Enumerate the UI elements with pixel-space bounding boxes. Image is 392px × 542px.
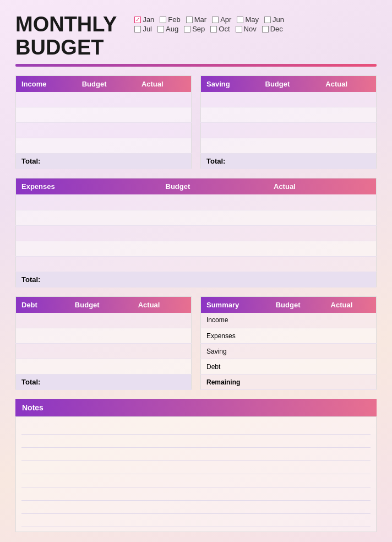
month-checkbox-oct[interactable] <box>210 26 217 32</box>
debt-cell[interactable] <box>16 359 69 375</box>
expenses-total-budget[interactable] <box>160 272 269 287</box>
saving-actual-cell[interactable] <box>320 107 376 123</box>
debt-total-actual[interactable] <box>133 375 192 390</box>
expense-cell[interactable] <box>16 210 160 225</box>
saving-budget-cell[interactable] <box>260 123 320 138</box>
debt-budget-cell[interactable] <box>69 359 133 375</box>
summary-budget-value[interactable] <box>270 359 325 375</box>
note-line[interactable] <box>21 461 371 474</box>
month-item-mar[interactable]: Mar <box>186 15 206 24</box>
debt-actual-cell[interactable] <box>133 328 192 344</box>
saving-cell[interactable] <box>201 123 260 138</box>
saving-total-actual[interactable] <box>320 154 376 169</box>
month-item-feb[interactable]: Feb <box>160 15 180 24</box>
month-item-sep[interactable]: Sep <box>184 25 205 33</box>
month-checkbox-sep[interactable] <box>184 26 190 32</box>
month-checkbox-mar[interactable] <box>186 17 193 23</box>
month-item-jan[interactable]: ✓Jan <box>134 15 154 24</box>
saving-cell[interactable] <box>201 138 260 154</box>
income-actual-cell[interactable] <box>136 138 192 154</box>
expense-budget-cell[interactable] <box>160 194 269 210</box>
saving-actual-cell[interactable] <box>320 138 376 154</box>
summary-actual-value[interactable] <box>325 344 377 359</box>
month-item-nov[interactable]: Nov <box>236 25 257 33</box>
income-actual-cell[interactable] <box>136 92 192 107</box>
income-budget-cell[interactable] <box>77 138 136 154</box>
summary-actual-value[interactable] <box>325 313 377 328</box>
income-total-actual[interactable] <box>136 154 192 169</box>
debt-actual-cell[interactable] <box>133 344 192 359</box>
summary-budget-value[interactable] <box>270 344 325 359</box>
summary-budget-value[interactable] <box>270 328 325 344</box>
income-cell[interactable] <box>16 92 77 107</box>
debt-total-budget[interactable] <box>69 375 133 390</box>
debt-budget-cell[interactable] <box>69 328 133 344</box>
debt-budget-cell[interactable] <box>69 313 133 328</box>
month-item-dec[interactable]: Dec <box>262 25 283 33</box>
month-checkbox-apr[interactable] <box>212 17 219 23</box>
saving-cell[interactable] <box>201 107 260 123</box>
income-actual-cell[interactable] <box>136 123 192 138</box>
summary-budget-value[interactable] <box>270 375 325 390</box>
expense-actual-cell[interactable] <box>268 210 377 225</box>
expense-budget-cell[interactable] <box>160 241 269 256</box>
saving-total-budget[interactable] <box>260 154 320 169</box>
month-checkbox-feb[interactable] <box>160 17 166 23</box>
expense-cell[interactable] <box>16 241 160 256</box>
summary-budget-value[interactable] <box>270 313 325 328</box>
month-checkbox-jan[interactable]: ✓ <box>134 17 141 23</box>
income-total-budget[interactable] <box>77 154 136 169</box>
month-item-jul[interactable]: Jul <box>134 25 152 33</box>
month-checkbox-may[interactable] <box>237 17 243 23</box>
debt-actual-cell[interactable] <box>133 359 192 375</box>
expense-actual-cell[interactable] <box>268 225 377 241</box>
saving-budget-cell[interactable] <box>260 107 320 123</box>
income-budget-cell[interactable] <box>77 107 136 123</box>
saving-actual-cell[interactable] <box>320 92 376 107</box>
note-line[interactable] <box>21 421 371 435</box>
income-cell[interactable] <box>16 107 77 123</box>
month-item-may[interactable]: May <box>237 15 259 24</box>
summary-actual-value[interactable] <box>325 359 377 375</box>
summary-actual-value[interactable] <box>325 375 377 390</box>
income-cell[interactable] <box>16 138 77 154</box>
expense-budget-cell[interactable] <box>160 210 269 225</box>
summary-actual-value[interactable] <box>325 328 377 344</box>
month-checkbox-nov[interactable] <box>236 26 242 32</box>
debt-actual-cell[interactable] <box>133 313 192 328</box>
expense-actual-cell[interactable] <box>268 256 377 272</box>
debt-cell[interactable] <box>16 313 69 328</box>
month-item-oct[interactable]: Oct <box>210 25 230 33</box>
month-item-apr[interactable]: Apr <box>212 15 231 24</box>
expense-cell[interactable] <box>16 225 160 241</box>
note-line[interactable] <box>21 501 371 514</box>
debt-budget-cell[interactable] <box>69 344 133 359</box>
debt-cell[interactable] <box>16 328 69 344</box>
saving-budget-cell[interactable] <box>260 138 320 154</box>
saving-cell[interactable] <box>201 92 260 107</box>
expense-actual-cell[interactable] <box>268 241 377 256</box>
month-checkbox-dec[interactable] <box>262 26 269 32</box>
note-line[interactable] <box>21 448 371 461</box>
note-line[interactable] <box>21 474 371 487</box>
month-item-aug[interactable]: Aug <box>157 25 178 33</box>
note-line[interactable] <box>21 514 371 527</box>
month-checkbox-jun[interactable] <box>264 17 271 23</box>
income-budget-cell[interactable] <box>77 92 136 107</box>
expense-cell[interactable] <box>16 256 160 272</box>
month-checkbox-jul[interactable] <box>134 26 141 32</box>
expense-budget-cell[interactable] <box>160 225 269 241</box>
expense-cell[interactable] <box>16 194 160 210</box>
expense-budget-cell[interactable] <box>160 256 269 272</box>
month-item-jun[interactable]: Jun <box>264 15 284 24</box>
month-checkbox-aug[interactable] <box>157 26 164 32</box>
income-actual-cell[interactable] <box>136 107 192 123</box>
income-budget-cell[interactable] <box>77 123 136 138</box>
note-line[interactable] <box>21 487 371 501</box>
saving-budget-cell[interactable] <box>260 92 320 107</box>
saving-actual-cell[interactable] <box>320 123 376 138</box>
expenses-total-actual[interactable] <box>268 272 377 287</box>
income-cell[interactable] <box>16 123 77 138</box>
note-line[interactable] <box>21 435 371 448</box>
debt-cell[interactable] <box>16 344 69 359</box>
